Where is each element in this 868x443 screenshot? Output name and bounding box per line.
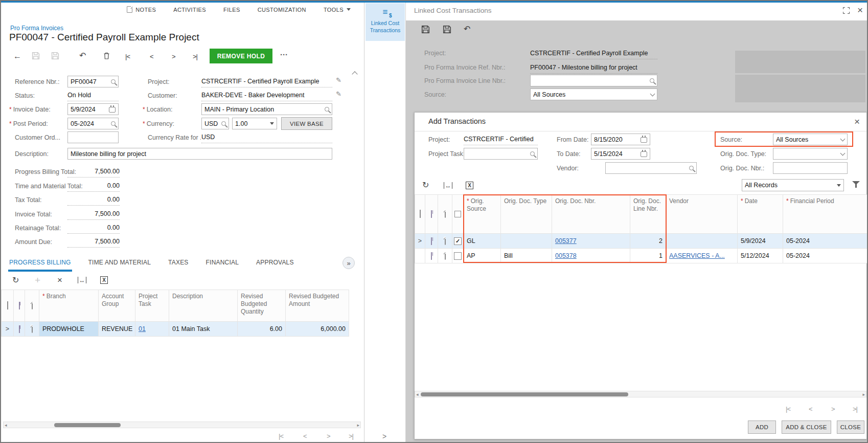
close-button[interactable]: CLOSE [837, 420, 864, 434]
cell-vendor[interactable]: AASERVICES - A... [666, 249, 738, 263]
description-input[interactable]: Milestone billing for project [67, 148, 332, 160]
tab-progress-billing[interactable]: PROGRESS BILLING [8, 255, 72, 272]
scrollbar-thumb[interactable] [54, 423, 121, 427]
dlg-source-select[interactable]: All Sources [773, 134, 848, 145]
scroll-left-icon[interactable]: ◂ [5, 423, 7, 428]
cell-revised-budgeted-amount[interactable]: 6,000.00 [286, 322, 349, 337]
menu-files[interactable]: FILES [223, 7, 240, 13]
dlg-from-date-input[interactable]: 8/15/2020 [591, 134, 650, 145]
back-button[interactable]: ← [13, 52, 21, 60]
cancel-undo-button[interactable]: ↶ [79, 52, 86, 60]
scroll-left-icon[interactable]: ◂ [416, 392, 419, 397]
go-next-button[interactable]: > [172, 53, 175, 60]
cell-revised-budgeted-quantity[interactable]: 6.00 [238, 322, 286, 337]
delete-row-button[interactable]: × [57, 276, 62, 284]
cell-orig-doc-nbr[interactable]: 005378 [552, 249, 630, 263]
grid-prev-page-button[interactable]: < [303, 432, 307, 440]
attach-icon[interactable] [425, 249, 438, 263]
cell-orig-doc-line-nbr[interactable]: 1 [630, 249, 666, 263]
refresh-button[interactable]: ↻ [12, 276, 19, 284]
grid-first-page-button[interactable]: |< [279, 432, 283, 440]
doc-icon[interactable] [438, 249, 452, 263]
dlg-refresh-button[interactable]: ↻ [422, 181, 429, 189]
col-financial-period[interactable]: Financial Period [783, 195, 868, 234]
col-branch[interactable]: Branch [39, 290, 99, 322]
dlg-next-page-button[interactable]: > [831, 405, 835, 413]
doc-column-icon[interactable] [25, 290, 39, 322]
dlg-prev-page-button[interactable]: < [809, 405, 812, 413]
col-orig-doc-line-nbr[interactable]: Orig. Doc. Line Nbr. [630, 195, 666, 234]
menu-tools[interactable]: TOOLS [324, 7, 351, 13]
table-row[interactable]: > PRODWHOLE REVENUE 01 01 Main Task 6.00… [2, 322, 349, 337]
tab-time-and-material[interactable]: TIME AND MATERIAL [87, 255, 152, 272]
tab-taxes[interactable]: TAXES [167, 255, 189, 272]
col-revised-budgeted-amount[interactable]: Revised Budgeted Amount [286, 290, 349, 322]
dlg-first-page-button[interactable]: |< [786, 405, 790, 413]
panel-line-nbr-input[interactable] [530, 75, 657, 86]
breadcrumb[interactable]: Pro Forma Invoices [10, 25, 63, 32]
cell-financial-period[interactable]: 05-2024 [783, 249, 868, 263]
cell-orig-doc-type[interactable] [501, 234, 552, 249]
fit-width-button[interactable]: ↔ [78, 277, 86, 283]
col-orig-doc-nbr[interactable]: Orig. Doc. Nbr. [552, 195, 630, 234]
cell-project-task[interactable]: 01 [135, 322, 169, 337]
table-row[interactable]: AP Bill 005378 1 AASERVICES - A... 5/12/… [415, 249, 868, 263]
search-icon[interactable] [650, 78, 654, 83]
row-checkbox[interactable]: ✓ [452, 234, 464, 249]
grid-last-page-button[interactable]: >| [349, 432, 353, 440]
files-column-icon[interactable] [14, 290, 25, 322]
save-button[interactable] [51, 52, 59, 60]
cell-orig-doc-nbr[interactable]: 005377 [552, 234, 630, 249]
grid-next-page-button[interactable]: > [327, 432, 330, 440]
calendar-icon[interactable] [641, 137, 647, 143]
col-description[interactable]: Description [169, 290, 238, 322]
add-and-close-button[interactable]: ADD & CLOSE [782, 420, 831, 434]
scrollbar-thumb[interactable] [421, 392, 628, 396]
pencil-icon[interactable]: ✎ [336, 90, 341, 98]
export-excel-button[interactable]: X [100, 276, 108, 284]
collapse-form-button[interactable] [353, 72, 357, 76]
cell-orig-doc-type[interactable]: Bill [501, 249, 552, 263]
search-icon[interactable] [530, 151, 535, 156]
dlg-last-page-button[interactable]: >| [853, 405, 857, 413]
col-revised-budgeted-quantity[interactable]: Revised Budgeted Quantity [238, 290, 286, 322]
close-panel-icon[interactable]: × [857, 5, 863, 15]
dlg-project-task-input[interactable] [464, 148, 538, 160]
dialog-horizontal-scrollbar[interactable]: ◂ ▸ [415, 391, 866, 397]
cell-orig-doc-line-nbr[interactable]: 2 [630, 234, 666, 249]
dlg-fit-width-button[interactable]: ↔ [444, 182, 452, 189]
tab-approvals[interactable]: APPROVALS [255, 255, 295, 272]
customer-order-input[interactable] [67, 131, 119, 143]
col-date[interactable]: Date [738, 195, 783, 234]
col-vendor[interactable]: Vendor [666, 195, 738, 234]
search-icon[interactable] [111, 121, 116, 126]
col-orig-source[interactable]: Orig. Source [464, 195, 501, 234]
calendar-icon[interactable] [641, 151, 647, 157]
cell-financial-period[interactable]: 05-2024 [783, 234, 868, 249]
menu-notes[interactable]: NOTES [127, 6, 156, 13]
dlg-orig-doc-type-select[interactable] [773, 148, 848, 160]
close-dialog-icon[interactable]: × [854, 117, 860, 126]
pencil-icon[interactable]: ✎ [336, 76, 341, 84]
dlg-vendor-input[interactable] [605, 162, 697, 174]
search-icon[interactable] [111, 79, 116, 84]
records-filter-combo[interactable]: All Records [742, 179, 844, 191]
panel-save-button[interactable] [443, 25, 451, 34]
search-icon[interactable] [689, 166, 694, 170]
reference-nbr-input[interactable]: PF00047 [67, 76, 119, 87]
horizontal-scrollbar[interactable]: ◂ ▸ [3, 422, 361, 428]
go-last-button[interactable]: >| [193, 53, 197, 60]
files-column-icon[interactable] [425, 195, 438, 234]
doc-column-icon[interactable] [438, 195, 452, 234]
dlg-to-date-input[interactable]: 5/15/2024 [591, 148, 650, 160]
doc-icon[interactable] [25, 322, 39, 337]
select-all-checkbox[interactable] [452, 195, 464, 234]
save-close-button[interactable] [32, 52, 40, 60]
cell-vendor[interactable] [666, 234, 738, 249]
filter-button[interactable] [852, 181, 860, 188]
invoice-date-input[interactable]: 5/9/2024 [67, 103, 119, 115]
location-input[interactable]: MAIN - Primary Location [201, 103, 332, 115]
search-icon[interactable] [221, 121, 226, 126]
notes-column-icon[interactable] [2, 290, 14, 322]
search-icon[interactable] [325, 107, 329, 112]
